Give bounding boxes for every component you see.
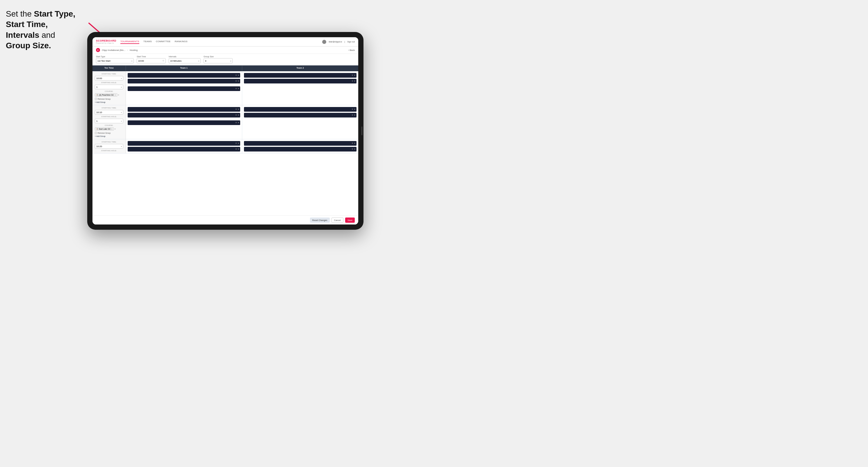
row-left-3: STARTING TIME: 10:20 ▾ STARTING HOLE: xyxy=(92,139,126,153)
th-team1: Team 1 xyxy=(126,65,242,71)
starting-time-label-3: STARTING TIME: xyxy=(95,141,123,143)
remove-player-icon[interactable]: ✕ xyxy=(235,122,237,124)
player-row: ✕ ▾ xyxy=(128,113,240,118)
breadcrumb-separator: › xyxy=(127,49,128,52)
tab-committee[interactable]: COMMITTEE xyxy=(156,39,171,44)
navbar-logo: SCOREBOARD Powered by clipp.io xyxy=(96,39,116,44)
back-button[interactable]: ‹ Back xyxy=(348,49,355,52)
player-dropdown-icon[interactable]: ▾ xyxy=(238,114,239,116)
group-size-select[interactable]: 3 ▾ xyxy=(204,58,232,63)
save-button[interactable]: Save xyxy=(345,218,355,223)
player-dropdown-icon[interactable]: ▾ xyxy=(354,114,355,116)
chevron-down-icon: ▾ xyxy=(121,146,122,148)
player-dropdown-icon[interactable]: ▾ xyxy=(354,108,355,111)
navbar-right: blair@clippd.io | Sign out xyxy=(322,40,355,44)
remove-player-icon[interactable]: ✕ xyxy=(235,142,237,145)
chevron-down-icon: ▾ xyxy=(121,120,122,122)
starting-hole-input-2[interactable]: 1 ▾ xyxy=(95,119,123,123)
intervals-value: 10 Minutes xyxy=(170,60,182,62)
pipe-separator: | xyxy=(344,41,345,43)
player-row: ✕ ▾ xyxy=(128,141,240,146)
chevron-down-icon: ⏱ xyxy=(162,60,164,62)
start-time-select[interactable]: 10:00 ⏱ xyxy=(137,58,166,63)
player-dropdown-icon[interactable]: ▾ xyxy=(238,88,239,90)
instruction-bold2: Intervals xyxy=(6,31,39,39)
player-row: ✕ ▾ xyxy=(244,141,357,146)
intervals-select[interactable]: 10 Minutes ▾ xyxy=(169,58,200,63)
remove-player-icon[interactable]: ✕ xyxy=(351,74,353,76)
remove-player-icon[interactable]: ✕ xyxy=(235,114,237,116)
team2-cell-2: ✕ ▾ ✕ ▾ xyxy=(242,105,359,139)
remove-player-icon[interactable]: ✕ xyxy=(351,142,353,145)
add-group-btn-1[interactable]: + Add Group xyxy=(95,101,123,103)
team1-cell-1: ✕ ▾ ✕ ▾ ✕ ▾ xyxy=(126,71,242,105)
reset-changes-button[interactable]: Reset Changes xyxy=(310,218,330,223)
player-dropdown-icon[interactable]: ▾ xyxy=(354,74,355,76)
start-type-select[interactable]: 1st Tee Start ▾ xyxy=(96,58,134,63)
chevron-down-icon: ▾ xyxy=(230,60,231,62)
remove-player-icon[interactable]: ✕ xyxy=(351,80,353,82)
remove-player-icon[interactable]: ✕ xyxy=(235,74,237,76)
team1-cell-3: ✕ ▾ ✕ ▾ xyxy=(126,139,242,153)
player-dropdown-icon[interactable]: ▾ xyxy=(238,80,239,82)
tab-tournaments[interactable]: TOURNAMENTS xyxy=(120,39,139,44)
th-team2: Team 2 xyxy=(242,65,359,71)
remove-player-icon[interactable]: ✕ xyxy=(235,80,237,82)
player-dropdown-icon[interactable]: ▾ xyxy=(354,148,355,150)
player-row: ✕ ▾ xyxy=(244,107,357,112)
team2-cell-3: ✕ ▾ ✕ ▾ xyxy=(242,139,359,153)
navbar: SCOREBOARD Powered by clipp.io TOURNAMEN… xyxy=(92,37,358,46)
team2-cell-1: ✕ ▾ ✕ ▾ xyxy=(242,71,359,105)
player-dropdown-icon[interactable]: ▾ xyxy=(238,148,239,150)
cancel-button[interactable]: Cancel xyxy=(332,218,343,223)
remove-group-btn-1[interactable]: ◯ Remove Group xyxy=(95,98,123,100)
remove-player-icon[interactable]: ✕ xyxy=(235,148,237,150)
breadcrumb-tournament[interactable]: Clipp Invitational (Mo... xyxy=(102,49,125,52)
player-dropdown-icon[interactable]: ▾ xyxy=(354,80,355,82)
breadcrumb: C Clipp Invitational (Mo... › Hosting ‹ … xyxy=(92,46,358,54)
player-row: ✕ ▾ xyxy=(128,120,240,125)
player-dropdown-icon[interactable]: ▾ xyxy=(238,122,239,124)
player-row: ✕ ▾ xyxy=(128,73,240,77)
starting-hole-label-3: STARTING HOLE: xyxy=(95,150,123,152)
course-chevron-icon[interactable]: ▾ xyxy=(115,128,116,130)
remove-course-icon[interactable]: ✕ xyxy=(115,94,116,96)
course-chevron-icon[interactable]: ▾ xyxy=(118,94,119,96)
course-label-2: COURSE: xyxy=(95,124,123,126)
table-row: STARTING TIME: 10:10 ▾ STARTING HOLE: 1 … xyxy=(92,105,358,139)
tab-teams[interactable]: TEAMS xyxy=(143,39,152,44)
clippd-logo: C xyxy=(96,48,100,52)
remove-player-icon[interactable]: ✕ xyxy=(351,148,353,150)
instruction-bold1: Start Type, xyxy=(34,9,75,18)
player-dropdown-icon[interactable]: ▾ xyxy=(238,108,239,111)
instruction-text: Set the Start Type, Start Time, Interval… xyxy=(6,9,87,51)
course-tag-1[interactable]: 🏌 (A) Peachtree GC ✕ xyxy=(95,93,118,97)
instruction-bold2-line: Start Time, xyxy=(6,20,48,29)
sign-out-link[interactable]: Sign out xyxy=(347,41,355,43)
course-tag-2[interactable]: 🏌 East Lake GC ✕ xyxy=(95,127,114,130)
remove-course-icon[interactable]: ✕ xyxy=(111,128,113,130)
starting-time-input-2[interactable]: 10:10 ▾ xyxy=(95,110,123,115)
remove-player-icon[interactable]: ✕ xyxy=(351,108,353,111)
controls-row: Start Type 1st Tee Start ▾ Start Time 10… xyxy=(92,54,358,65)
start-time-value: 10:00 xyxy=(138,60,144,62)
group-size-group: Group Size 3 ▾ xyxy=(204,56,232,63)
table-row: STARTING TIME: 10:00 ▾ STARTING HOLE: 1 … xyxy=(92,71,358,105)
starting-hole-label-1: STARTING HOLE: xyxy=(95,82,123,84)
starting-time-input-1[interactable]: 10:00 ▾ xyxy=(95,76,123,81)
add-group-btn-2[interactable]: + Add Group xyxy=(95,135,123,137)
instruction-line4: Group Size. xyxy=(6,41,51,50)
remove-player-icon[interactable]: ✕ xyxy=(235,88,237,90)
player-dropdown-icon[interactable]: ▾ xyxy=(354,142,355,145)
remove-player-icon[interactable]: ✕ xyxy=(351,114,353,116)
player-row: ✕ ▾ xyxy=(128,147,240,152)
starting-hole-input-1[interactable]: 1 ▾ xyxy=(95,85,123,89)
instruction-line1: Set the xyxy=(6,9,34,18)
tab-rankings[interactable]: RANKINGS xyxy=(175,39,188,44)
start-time-label: Start Time xyxy=(137,56,166,58)
player-dropdown-icon[interactable]: ▾ xyxy=(238,142,239,145)
player-dropdown-icon[interactable]: ▾ xyxy=(238,74,239,76)
remove-player-icon[interactable]: ✕ xyxy=(235,108,237,111)
remove-group-btn-2[interactable]: ◯ Remove Group xyxy=(95,132,123,134)
starting-time-input-3[interactable]: 10:20 ▾ xyxy=(95,144,123,149)
